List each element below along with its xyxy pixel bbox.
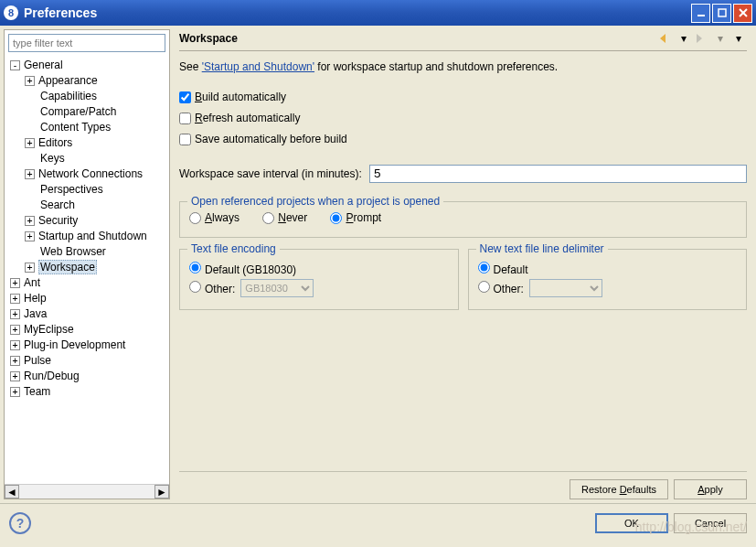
encoding-other-select[interactable]: GB18030 [240,279,314,297]
expander-icon[interactable]: + [10,387,20,397]
svg-rect-1 [719,9,726,16]
tree-item-capabilities[interactable]: Capabilities [5,89,169,104]
expander-icon[interactable]: - [10,60,20,70]
tree-item-team[interactable]: +Team [5,384,169,400]
tree-item-search[interactable]: Search [5,198,169,213]
expander-icon[interactable]: + [25,169,35,179]
scroll-left-button[interactable]: ◄ [5,485,19,499]
delimiter-other-radio[interactable]: Other: [478,281,524,295]
window-title: Preferences [24,5,97,20]
forward-button[interactable] [694,31,710,46]
horizontal-scrollbar[interactable]: ◄ ► [5,484,169,499]
scroll-right-button[interactable]: ► [154,485,169,499]
cancel-button[interactable]: Cancel [674,513,747,533]
expander-icon[interactable]: + [10,356,20,366]
page-title: Workspace [179,32,238,45]
tree-item-perspectives[interactable]: Perspectives [5,182,169,198]
filter-input[interactable] [8,34,165,52]
tree-item-pulse[interactable]: +Pulse [5,353,169,369]
tree-item-workspace[interactable]: +Workspace [5,260,169,275]
expander-icon[interactable]: + [10,278,20,288]
expander-icon[interactable]: + [25,216,35,226]
delimiter-default-radio[interactable]: Default [478,262,528,276]
tree-item-web-browser[interactable]: Web Browser [5,244,169,260]
expander-icon[interactable]: + [25,138,35,148]
back-button[interactable] [657,31,674,46]
bottom-bar: ? OK Cancel [0,503,756,542]
expander-icon[interactable]: + [10,340,20,350]
expander-icon[interactable]: + [25,231,35,241]
close-button[interactable] [733,4,752,23]
tree-item-myeclipse[interactable]: +MyEclipse [5,322,169,338]
minimize-button[interactable] [691,4,710,23]
preference-tree[interactable]: -General+AppearanceCapabilitiesCompare/P… [5,56,169,484]
app-icon: 8 [4,5,18,20]
expander-icon[interactable]: + [25,263,35,273]
save-before-build-checkbox[interactable]: Save automatically before build [179,133,747,146]
tree-item-help[interactable]: +Help [5,291,169,306]
encoding-other-radio[interactable]: Other: [189,281,235,295]
description-text: See 'Startup and Shutdown' for workspace… [179,60,747,74]
expander-icon[interactable]: + [25,76,35,86]
sidebar: -General+AppearanceCapabilitiesCompare/P… [4,29,170,499]
ok-button[interactable]: OK [595,513,668,533]
encoding-default-radio[interactable]: Default (GB18030) [189,262,296,276]
startup-shutdown-link[interactable]: 'Startup and Shutdown' [202,60,314,73]
tree-item-security[interactable]: +Security [5,213,169,229]
tree-item-ant[interactable]: +Ant [5,275,169,291]
tree-item-startup-and-shutdown[interactable]: +Startup and Shutdown [5,229,169,244]
line-delimiter-group: New text file line delimiter Default Oth… [468,249,748,310]
expander-icon[interactable]: + [10,309,20,319]
build-automatically-checkbox[interactable]: Build automatically [179,91,747,104]
expander-icon[interactable]: + [10,294,20,304]
expander-icon[interactable]: + [10,325,20,335]
tree-item-compare-patch[interactable]: Compare/Patch [5,104,169,120]
help-button[interactable]: ? [9,512,31,534]
open-ref-always-radio[interactable]: Always [189,211,240,224]
open-referenced-group: Open referenced projects when a project … [179,201,747,238]
apply-button[interactable]: Apply [674,479,747,499]
delimiter-other-select[interactable] [529,279,602,297]
save-interval-input[interactable] [369,165,747,183]
refresh-automatically-checkbox[interactable]: Refresh automatically [179,112,747,125]
restore-defaults-button[interactable]: Restore Defaults [570,479,668,499]
maximize-button[interactable] [712,4,731,23]
tree-item-plug-in-development[interactable]: +Plug-in Development [5,338,169,353]
tree-item-network-connections[interactable]: +Network Connections [5,166,169,182]
tree-item-java[interactable]: +Java [5,306,169,322]
tree-item-keys[interactable]: Keys [5,151,169,166]
view-menu[interactable]: ▾ [730,31,747,46]
back-menu[interactable]: ▾ [676,31,692,46]
titlebar: 8 Preferences [0,0,756,26]
main-panel: Workspace ▾ ▾ ▾ See 'Startup and Shutdow… [170,26,756,503]
tree-item-editors[interactable]: +Editors [5,135,169,151]
tree-item-general[interactable]: -General [5,58,169,73]
forward-menu[interactable]: ▾ [712,31,729,46]
open-ref-prompt-radio[interactable]: Prompt [330,211,381,224]
text-encoding-group: Text file encoding Default (GB18030) Oth… [179,249,459,310]
expander-icon[interactable]: + [10,371,20,381]
interval-label: Workspace save interval (in minutes): [179,167,362,180]
tree-item-appearance[interactable]: +Appearance [5,73,169,89]
tree-item-content-types[interactable]: Content Types [5,120,169,135]
tree-item-run-debug[interactable]: +Run/Debug [5,369,169,384]
open-ref-never-radio[interactable]: Never [262,211,307,224]
